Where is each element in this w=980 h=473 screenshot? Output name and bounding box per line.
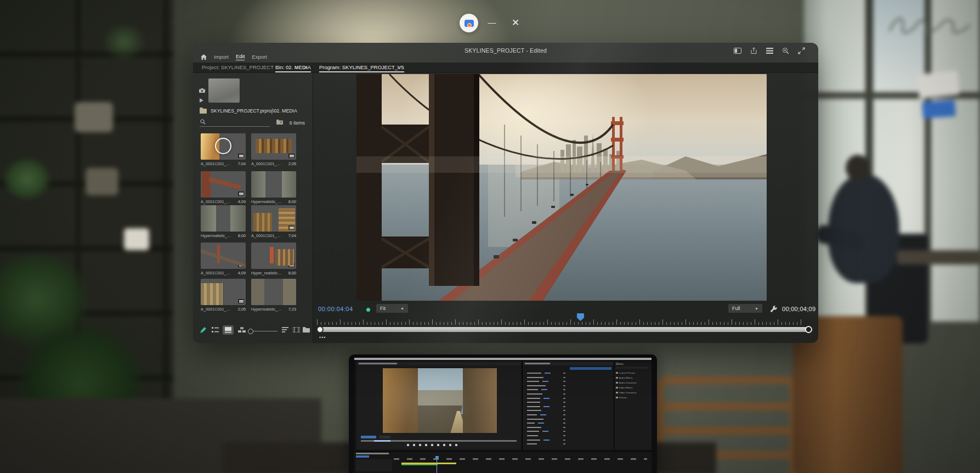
- program-panel-menu-icon[interactable]: ≡: [397, 65, 399, 70]
- filmstrip-badge-icon: [288, 154, 294, 158]
- minimize-button[interactable]: —: [486, 20, 498, 29]
- tab-program[interactable]: Program: SKYLINES_PROJECT_V5: [319, 64, 404, 72]
- scrubber-track[interactable]: [319, 327, 811, 332]
- media-thumbnail[interactable]: [251, 279, 296, 305]
- menu-item-export[interactable]: Export: [252, 54, 267, 60]
- freeform-view-icon[interactable]: [238, 327, 246, 333]
- laptop-effects-item: Video Transitions: [616, 391, 637, 394]
- media-duration: 8;00: [238, 233, 246, 238]
- side-table: [897, 250, 979, 264]
- chevron-down-icon: ▼: [400, 307, 404, 311]
- filmstrip-badge-icon: [238, 226, 244, 230]
- list-view-icon[interactable]: [212, 327, 219, 333]
- filmstrip-badge-icon: [288, 192, 294, 196]
- media-name: Hyperrealistic_shot_of_20251117..: [251, 307, 283, 312]
- media-item[interactable]: Hyper_realistic_cinematographic_..8;00: [251, 243, 296, 275]
- wrench-icon[interactable]: [770, 305, 778, 313]
- media-thumbnail[interactable]: [201, 133, 246, 160]
- filmstrip-badge-icon: [288, 299, 294, 303]
- media-item[interactable]: A_0001C001_251028_190044_a1..4;09: [201, 171, 246, 204]
- media-item[interactable]: A_0001C001_251028_190044_a1..7;04: [251, 205, 296, 238]
- media-item[interactable]: A_0001C001_251028_190044_a1..2;05: [201, 279, 246, 312]
- app-icon-button[interactable]: [460, 14, 478, 32]
- home-icon[interactable]: [201, 54, 207, 60]
- zoom-slider-handle[interactable]: [248, 329, 253, 334]
- screen-share-icon: [464, 20, 474, 27]
- zoom-in-icon[interactable]: [782, 47, 789, 54]
- laptop-timeline: [354, 451, 652, 473]
- status-dot: [366, 308, 370, 312]
- media-thumbnail[interactable]: [251, 243, 296, 269]
- media-thumbnail[interactable]: [201, 279, 246, 305]
- media-name: A_0001C001_251028_190044_a1..: [201, 199, 233, 204]
- media-duration: 4;09: [238, 199, 246, 204]
- media-item[interactable]: A_0001C001_2510..7;04: [201, 133, 246, 166]
- fit-dropdown[interactable]: Fit▼: [376, 304, 408, 313]
- filmstrip-badge-icon: [238, 192, 244, 196]
- filmstrip-badge-icon: [238, 154, 244, 158]
- transport-row: 00:00:04:04 Fit▼ Full▼ 00;00;04;09: [313, 303, 818, 316]
- scrubber-handle-left[interactable]: [316, 326, 324, 333]
- media-item[interactable]: Hyperrealistic_shot_of_20251117..8;00: [251, 171, 296, 204]
- filmstrip-badge-icon: [238, 299, 244, 303]
- selection-ring: [215, 138, 231, 154]
- laptop-effects-item: Presets: [616, 396, 627, 399]
- media-duration: 8;00: [288, 199, 296, 204]
- media-item[interactable]: Hyperrealistic_shot_of_20251117..8;00: [201, 205, 246, 238]
- timeline-ruler[interactable]: [317, 318, 803, 325]
- bin-panel-menu-icon[interactable]: ≡: [295, 65, 297, 70]
- media-thumbnail[interactable]: [201, 243, 246, 269]
- new-folder-icon[interactable]: [303, 327, 310, 333]
- menu-icon[interactable]: [766, 48, 773, 54]
- panel-overflow-chevrons[interactable]: »: [304, 64, 307, 70]
- program-monitor: 00:00:04:04 Fit▼ Full▼ 00;00;04;09 •••: [313, 73, 818, 343]
- menu-item-edit[interactable]: Edit: [236, 53, 245, 60]
- laptop-timeline-clip: [401, 463, 456, 464]
- panel-overflow-dots[interactable]: •••: [319, 335, 326, 340]
- media-name: A_0001C001_251..: [251, 161, 283, 166]
- scrubber-handle-right[interactable]: [805, 326, 812, 333]
- expand-icon[interactable]: [798, 47, 805, 54]
- media-item[interactable]: A_0001C001_251028_190044_a1..4;09: [201, 243, 246, 275]
- close-button[interactable]: ✕: [509, 16, 522, 30]
- media-duration: 7;23: [288, 307, 296, 312]
- filmstrip-badge-icon: [288, 226, 294, 230]
- premiere-window: SKYLINES_PROJECT - Edited Import Edit: [193, 43, 818, 343]
- media-name: A_0001C001_251028_190044_a1..: [201, 271, 233, 275]
- media-thumbnail[interactable]: [251, 133, 296, 160]
- filmstrip-icon[interactable]: [293, 327, 300, 333]
- media-item[interactable]: Hyperrealistic_shot_of_20251117..7;23: [251, 279, 296, 312]
- grid-view-icon[interactable]: [223, 325, 234, 335]
- zoom-slider-track[interactable]: [253, 331, 277, 331]
- project-panel: SKYLINES_PROJECT.prproj\02. MEDIA 6 item…: [193, 73, 313, 343]
- vision-desktop: — ✕ SKYLINES_PROJECT - Edited: [0, 0, 980, 473]
- fit-label: Fit: [380, 306, 386, 311]
- playhead-marker[interactable]: [577, 313, 584, 321]
- media-item[interactable]: A_0001C001_251..2;05: [251, 133, 296, 166]
- media-name: Hyper_realistic_cinematographic_..: [251, 271, 283, 275]
- sort-icon[interactable]: [282, 327, 288, 333]
- media-name: A_0001C001_251028_190044_a1..: [201, 307, 233, 312]
- media-name: Hyperrealistic_shot_of_20251117..: [251, 199, 283, 204]
- media-thumbnail[interactable]: [251, 171, 296, 198]
- media-thumbnail[interactable]: [251, 205, 296, 232]
- titlebar[interactable]: SKYLINES_PROJECT - Edited Import Edit: [193, 43, 818, 61]
- plant-pot: [124, 228, 149, 250]
- laptop-effects-item: Video Effects: [616, 386, 633, 389]
- golden-gate-frame: [356, 74, 767, 301]
- media-thumbnail[interactable]: [201, 171, 246, 198]
- media-thumbnail[interactable]: [201, 205, 246, 232]
- menu-item-import[interactable]: Import: [214, 54, 229, 60]
- project-toolbar: [193, 325, 313, 336]
- panel-layout-icon[interactable]: [734, 48, 741, 54]
- share-icon[interactable]: [750, 47, 757, 54]
- laptop: Effects Lumetri PresetsAudio EffectsAudi…: [349, 354, 657, 473]
- media-grid: A_0001C001_2510..7;04A_0001C001_251..2;0…: [193, 73, 313, 343]
- laptop-timecode: [361, 436, 376, 438]
- filmstrip-badge-icon: [238, 263, 244, 267]
- pen-icon[interactable]: [200, 326, 207, 334]
- playback-quality-dropdown[interactable]: Full▼: [728, 304, 762, 313]
- tab-project[interactable]: Project: SKYLINES_PROJECT: [202, 64, 274, 70]
- video-viewport[interactable]: [356, 74, 767, 301]
- media-name: Hyperrealistic_shot_of_20251117..: [201, 233, 233, 238]
